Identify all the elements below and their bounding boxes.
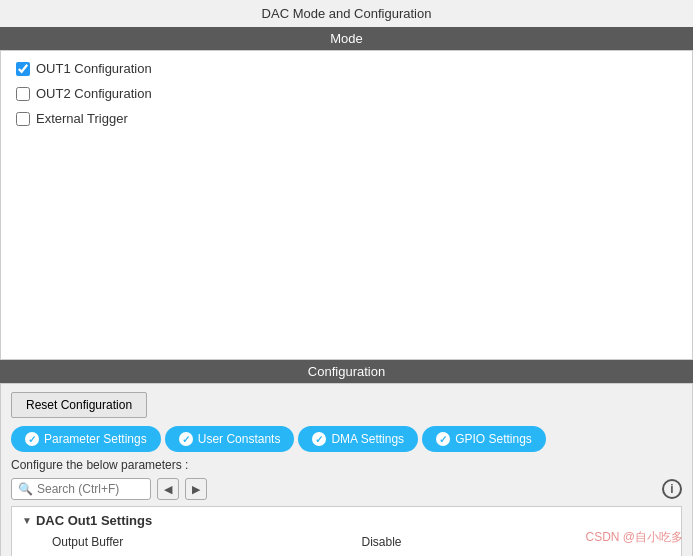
expand-icon: ▼: [22, 515, 32, 526]
ext-checkbox[interactable]: [16, 112, 30, 126]
dma-tab-check-icon: ✓: [312, 432, 326, 446]
info-icon[interactable]: i: [662, 479, 682, 499]
param-tab-check-icon: ✓: [25, 432, 39, 446]
tab-user-constants[interactable]: ✓ User Constants: [165, 426, 295, 452]
out2-label: OUT2 Configuration: [36, 86, 152, 101]
mode-header: Mode: [0, 27, 693, 50]
mode-section: OUT1 Configuration OUT2 Configuration Ex…: [0, 50, 693, 360]
tab-dma-settings[interactable]: ✓ DMA Settings: [298, 426, 418, 452]
reset-config-button[interactable]: Reset Configuration: [11, 392, 147, 418]
search-input[interactable]: [37, 482, 144, 496]
ext-label: External Trigger: [36, 111, 128, 126]
tab-gpio-settings[interactable]: ✓ GPIO Settings: [422, 426, 546, 452]
params-list: ▼ DAC Out1 Settings Output Buffer Disabl…: [11, 506, 682, 556]
config-header: Configuration: [0, 360, 693, 383]
group-row: ▼ DAC Out1 Settings: [22, 513, 671, 528]
ext-checkbox-row: External Trigger: [16, 111, 677, 126]
tab-parameter-settings[interactable]: ✓ Parameter Settings: [11, 426, 161, 452]
search-icon: 🔍: [18, 482, 33, 496]
param-row-trigger: Trigger None: [22, 552, 671, 556]
params-label: Configure the below parameters :: [11, 458, 682, 472]
param-row-output-buffer: Output Buffer Disable: [22, 532, 671, 552]
watermark: CSDN @自小吃多: [585, 529, 683, 546]
user-tab-check-icon: ✓: [179, 432, 193, 446]
tabs-row: ✓ Parameter Settings ✓ User Constants ✓ …: [11, 426, 682, 452]
out1-checkbox[interactable]: [16, 62, 30, 76]
gpio-tab-check-icon: ✓: [436, 432, 450, 446]
search-input-wrap: 🔍: [11, 478, 151, 500]
prev-arrow-button[interactable]: ◀: [157, 478, 179, 500]
page-title: DAC Mode and Configuration: [0, 0, 693, 27]
out1-checkbox-row: OUT1 Configuration: [16, 61, 677, 76]
out1-label: OUT1 Configuration: [36, 61, 152, 76]
out2-checkbox-row: OUT2 Configuration: [16, 86, 677, 101]
search-bar: 🔍 ◀ ▶ i: [11, 478, 682, 500]
out2-checkbox[interactable]: [16, 87, 30, 101]
next-arrow-button[interactable]: ▶: [185, 478, 207, 500]
